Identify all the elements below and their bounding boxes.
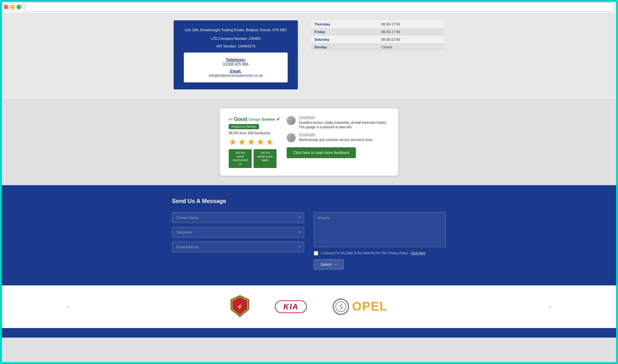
browser-window-controls — [4, 5, 21, 9]
review-date-2: 21/10/2020 — [299, 133, 389, 137]
reviews-left: the Good Garage Scheme ✔ Registered Memb… — [229, 116, 389, 168]
review-date-1: 11/10/2019 — [299, 116, 389, 120]
logos-prev-button[interactable]: ‹ — [64, 300, 72, 313]
read-more-feedback-button[interactable]: Click here to read more feedback — [287, 147, 356, 158]
contact-name-field[interactable]: ✕ — [172, 212, 304, 223]
company-vat: VAT Number: 134463279 — [184, 44, 288, 48]
logo-text: the Good Garage Scheme ✔ — [229, 116, 280, 122]
star-4: ★ — [256, 137, 264, 147]
logo-the: the — [229, 118, 233, 121]
company-address: Unit 18A, Dreadnought Trading Estate, Br… — [184, 27, 288, 33]
good-garage-logo: the Good Garage Scheme ✔ Registered Memb… — [229, 116, 280, 168]
clear-name-icon: ✕ — [298, 215, 301, 220]
contact-form-left: ✕ ✕ ✕ — [172, 212, 304, 270]
consent-text: I Consent For My Data To Be Used As Per … — [321, 251, 426, 255]
company-ltd: LTD Company Number: 235960 — [184, 36, 288, 41]
review-text-2: Workmanship and customer service second … — [299, 138, 389, 142]
consent-checkbox[interactable] — [314, 251, 318, 256]
privacy-policy-link[interactable]: Click Here — [411, 251, 426, 255]
contact-section-inner: Send Us A Message ✕ ✕ ✕ — [166, 198, 452, 270]
stars-rating: ★ ★ ★ ★ ★ — [229, 137, 274, 147]
logo-good: Good — [234, 116, 248, 122]
bottom-bar — [0, 328, 618, 338]
abarth-logo: ⚡ — [230, 295, 249, 318]
browser-chrome — [0, 0, 618, 14]
maximize-button[interactable] — [17, 5, 21, 9]
submit-label: Submit — [320, 262, 331, 266]
submit-button[interactable]: Submit → — [314, 259, 344, 270]
review-text-1: Excellent service, totally trustworthy, … — [299, 121, 389, 130]
kia-text: KIA — [284, 302, 298, 311]
recommend-us-badge: 100.0% would recommend us — [229, 149, 252, 168]
review-text-block-1: 11/10/2019 Excellent service, totally tr… — [299, 116, 389, 130]
star-3: ★ — [247, 137, 255, 147]
time-cell: Closed — [377, 43, 444, 51]
email-label: Email: — [190, 69, 281, 74]
logo-garage: Garage — [248, 117, 260, 121]
feedback-count: 98.8% from 308 feedbacks — [229, 131, 270, 135]
checkmark-icon: ✔ — [276, 116, 280, 122]
logo-scheme: Scheme — [262, 117, 275, 121]
contact-name-input[interactable] — [172, 213, 304, 223]
day-cell: Sunday — [311, 43, 377, 51]
review-item-1: 11/10/2019 Excellent service, totally tr… — [287, 116, 389, 130]
company-info-card: Unit 18A, Dreadnought Trading Estate, Br… — [174, 20, 298, 89]
star-5: ★ — [266, 137, 274, 147]
day-cell: Saturday — [311, 36, 377, 43]
close-button[interactable] — [4, 5, 8, 9]
enquiry-textarea[interactable] — [314, 212, 446, 247]
email-value: info@bridportcarrepaircentre.co.uk — [190, 74, 281, 77]
reviewer-avatar-1 — [287, 116, 296, 125]
come-again-badge: 100.0% would come again — [254, 149, 277, 168]
url-bar[interactable] — [25, 3, 614, 11]
submit-arrow-icon: → — [333, 262, 337, 267]
contact-section: Send Us A Message ✕ ✕ ✕ — [0, 185, 618, 285]
opel-text: OPEL — [352, 300, 387, 313]
logos-next-button[interactable]: › — [546, 300, 554, 313]
svg-text:⚡: ⚡ — [237, 304, 243, 310]
clear-telephone-icon: ✕ — [298, 230, 301, 234]
telephone-label: Telephone: — [190, 58, 281, 62]
clear-email-icon: ✕ — [298, 245, 301, 249]
top-section: Unit 18A, Dreadnought Trading Estate, Br… — [0, 14, 618, 99]
telephone-input[interactable] — [172, 227, 304, 237]
review-item-2: 21/10/2020 Workmanship and customer serv… — [287, 133, 389, 142]
reviews-right: 11/10/2019 Excellent service, totally tr… — [287, 116, 389, 168]
reviews-section: the Good Garage Scheme ✔ Registered Memb… — [0, 99, 618, 185]
kia-logo: KIA — [275, 300, 307, 313]
opel-logo: OPEL — [332, 298, 387, 315]
contact-form-title: Send Us A Message — [172, 198, 446, 205]
table-row: Thursday 08:30-17:00 — [311, 20, 444, 28]
telephone-field[interactable]: ✕ — [172, 227, 304, 238]
consent-row: I Consent For My Data To Be Used As Per … — [314, 251, 446, 256]
contact-form-layout: ✕ ✕ ✕ I Consent — [172, 212, 446, 270]
table-row: Sunday Closed — [311, 43, 444, 51]
table-row: Friday 08:30-17:00 — [311, 28, 444, 36]
hours-table: Thursday 08:30-17:00 Friday 08:30-17:00 … — [311, 20, 444, 51]
reviewer-avatar-2 — [287, 133, 296, 142]
day-cell: Friday — [311, 28, 377, 36]
email-address-field[interactable]: ✕ — [172, 242, 304, 252]
contact-box: Telephone: 01308 425 866 Email: info@bri… — [184, 52, 288, 82]
hours-section: Thursday 08:30-17:00 Friday 08:30-17:00 … — [311, 20, 444, 89]
reviews-card: the Good Garage Scheme ✔ Registered Memb… — [220, 108, 398, 176]
day-cell: Thursday — [311, 20, 377, 28]
star-2: ★ — [238, 137, 246, 147]
contact-form-right: I Consent For My Data To Be Used As Per … — [314, 212, 446, 270]
star-1: ★ — [229, 137, 237, 147]
time-cell: 08:30-17:00 — [377, 20, 444, 28]
registered-member-badge: Registered Member — [229, 124, 259, 129]
review-text-block-2: 21/10/2020 Workmanship and customer serv… — [299, 133, 389, 142]
time-cell: 08:30-12:00 — [377, 36, 444, 43]
telephone-value: 01308 425 866 — [190, 62, 281, 66]
email-input[interactable] — [172, 242, 304, 252]
minimize-button[interactable] — [10, 5, 15, 9]
logos-section: ‹ ⚡ KIA OPEL › — [0, 285, 618, 328]
table-row: Saturday 08:30-12:00 — [311, 36, 444, 43]
time-cell: 08:30-17:00 — [377, 28, 444, 36]
recommend-badges: 100.0% would recommend us 100.0% would c… — [229, 149, 277, 168]
